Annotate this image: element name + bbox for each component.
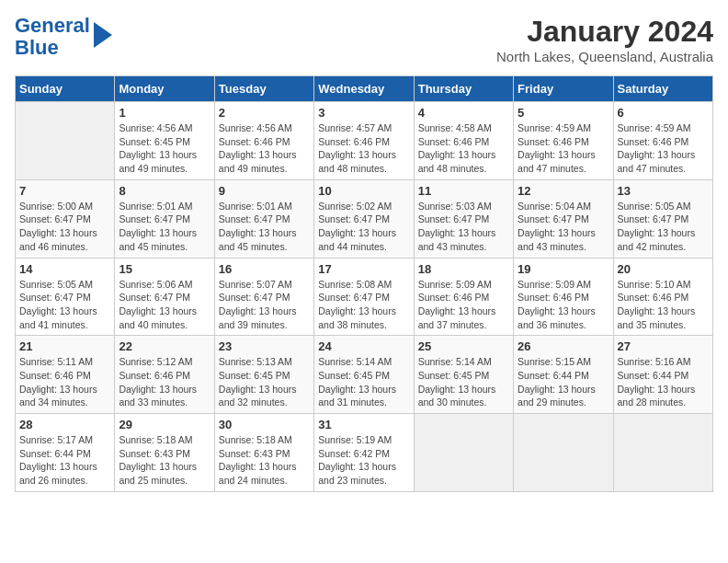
day-cell: 9Sunrise: 5:01 AM Sunset: 6:47 PM Daylig… xyxy=(214,179,313,258)
day-info: Sunrise: 5:00 AM Sunset: 6:47 PM Dayligh… xyxy=(19,200,110,254)
day-number: 27 xyxy=(618,339,709,353)
day-cell: 22Sunrise: 5:12 AM Sunset: 6:46 PM Dayli… xyxy=(115,336,214,414)
day-info: Sunrise: 5:13 AM Sunset: 6:45 PM Dayligh… xyxy=(219,355,310,409)
subtitle: North Lakes, Queensland, Australia xyxy=(496,49,713,64)
day-cell: 13Sunrise: 5:05 AM Sunset: 6:47 PM Dayli… xyxy=(613,179,712,258)
header-saturday: Saturday xyxy=(613,76,712,102)
day-info: Sunrise: 4:59 AM Sunset: 6:46 PM Dayligh… xyxy=(518,121,609,176)
day-number: 18 xyxy=(418,262,509,276)
day-info: Sunrise: 5:04 AM Sunset: 6:47 PM Dayligh… xyxy=(518,200,609,254)
day-cell: 19Sunrise: 5:09 AM Sunset: 6:46 PM Dayli… xyxy=(514,258,613,336)
day-number: 31 xyxy=(318,418,409,431)
page-header: GeneralBlue January 2024 North Lakes, Qu… xyxy=(15,15,713,64)
day-cell xyxy=(414,414,513,492)
day-cell: 10Sunrise: 5:02 AM Sunset: 6:47 PM Dayli… xyxy=(314,179,414,258)
day-info: Sunrise: 5:02 AM Sunset: 6:47 PM Dayligh… xyxy=(318,200,409,254)
day-number: 17 xyxy=(318,262,409,276)
day-number: 6 xyxy=(618,106,709,120)
logo: GeneralBlue xyxy=(15,15,112,59)
header-sunday: Sunday xyxy=(16,76,115,102)
day-info: Sunrise: 5:19 AM Sunset: 6:42 PM Dayligh… xyxy=(318,433,409,488)
day-cell: 7Sunrise: 5:00 AM Sunset: 6:47 PM Daylig… xyxy=(16,179,115,258)
header-wednesday: Wednesday xyxy=(314,76,414,102)
header-thursday: Thursday xyxy=(414,76,513,102)
day-number: 20 xyxy=(618,262,709,276)
day-cell: 24Sunrise: 5:14 AM Sunset: 6:45 PM Dayli… xyxy=(314,336,414,414)
day-number: 19 xyxy=(518,262,609,276)
header-tuesday: Tuesday xyxy=(214,76,313,102)
day-info: Sunrise: 5:09 AM Sunset: 6:46 PM Dayligh… xyxy=(518,278,609,332)
day-info: Sunrise: 5:16 AM Sunset: 6:44 PM Dayligh… xyxy=(618,355,709,409)
day-cell: 12Sunrise: 5:04 AM Sunset: 6:47 PM Dayli… xyxy=(514,179,613,258)
day-number: 15 xyxy=(119,262,210,276)
day-cell: 30Sunrise: 5:18 AM Sunset: 6:43 PM Dayli… xyxy=(214,414,313,492)
day-cell: 23Sunrise: 5:13 AM Sunset: 6:45 PM Dayli… xyxy=(214,336,313,414)
day-number: 3 xyxy=(318,106,409,120)
day-cell: 4Sunrise: 4:58 AM Sunset: 6:46 PM Daylig… xyxy=(414,102,513,180)
day-info: Sunrise: 5:18 AM Sunset: 6:43 PM Dayligh… xyxy=(219,433,310,488)
day-number: 9 xyxy=(219,184,310,198)
day-info: Sunrise: 4:58 AM Sunset: 6:46 PM Dayligh… xyxy=(418,121,509,176)
day-cell: 6Sunrise: 4:59 AM Sunset: 6:46 PM Daylig… xyxy=(613,102,712,180)
main-title: January 2024 xyxy=(496,15,713,49)
day-cell: 25Sunrise: 5:14 AM Sunset: 6:45 PM Dayli… xyxy=(414,336,513,414)
day-number: 24 xyxy=(318,339,409,353)
day-info: Sunrise: 5:06 AM Sunset: 6:47 PM Dayligh… xyxy=(119,278,210,332)
header-friday: Friday xyxy=(514,76,613,102)
logo-text: GeneralBlue xyxy=(15,15,90,59)
day-info: Sunrise: 5:14 AM Sunset: 6:45 PM Dayligh… xyxy=(418,355,509,409)
week-row-5: 28Sunrise: 5:17 AM Sunset: 6:44 PM Dayli… xyxy=(16,414,713,492)
day-number: 30 xyxy=(219,418,310,431)
week-row-2: 7Sunrise: 5:00 AM Sunset: 6:47 PM Daylig… xyxy=(16,179,713,258)
day-cell: 14Sunrise: 5:05 AM Sunset: 6:47 PM Dayli… xyxy=(16,258,115,336)
day-number: 2 xyxy=(219,106,310,120)
day-cell: 21Sunrise: 5:11 AM Sunset: 6:46 PM Dayli… xyxy=(16,336,115,414)
day-number: 11 xyxy=(418,184,509,198)
day-cell: 27Sunrise: 5:16 AM Sunset: 6:44 PM Dayli… xyxy=(613,336,712,414)
day-cell: 29Sunrise: 5:18 AM Sunset: 6:43 PM Dayli… xyxy=(115,414,214,492)
day-info: Sunrise: 5:18 AM Sunset: 6:43 PM Dayligh… xyxy=(119,433,210,488)
day-info: Sunrise: 5:03 AM Sunset: 6:47 PM Dayligh… xyxy=(418,200,509,254)
day-cell: 2Sunrise: 4:56 AM Sunset: 6:46 PM Daylig… xyxy=(214,102,313,180)
day-info: Sunrise: 4:57 AM Sunset: 6:46 PM Dayligh… xyxy=(318,121,409,176)
day-number: 21 xyxy=(19,339,110,353)
day-info: Sunrise: 5:01 AM Sunset: 6:47 PM Dayligh… xyxy=(119,200,210,254)
day-cell: 8Sunrise: 5:01 AM Sunset: 6:47 PM Daylig… xyxy=(115,179,214,258)
title-block: January 2024 North Lakes, Queensland, Au… xyxy=(496,15,713,64)
day-number: 23 xyxy=(219,339,310,353)
week-row-4: 21Sunrise: 5:11 AM Sunset: 6:46 PM Dayli… xyxy=(16,336,713,414)
day-cell: 17Sunrise: 5:08 AM Sunset: 6:47 PM Dayli… xyxy=(314,258,414,336)
day-number: 7 xyxy=(19,184,110,198)
day-info: Sunrise: 4:59 AM Sunset: 6:46 PM Dayligh… xyxy=(618,121,709,176)
day-number: 12 xyxy=(518,184,609,198)
day-info: Sunrise: 4:56 AM Sunset: 6:45 PM Dayligh… xyxy=(119,121,210,176)
day-info: Sunrise: 5:01 AM Sunset: 6:47 PM Dayligh… xyxy=(219,200,310,254)
day-info: Sunrise: 5:07 AM Sunset: 6:47 PM Dayligh… xyxy=(219,278,310,332)
day-number: 13 xyxy=(618,184,709,198)
day-cell: 18Sunrise: 5:09 AM Sunset: 6:46 PM Dayli… xyxy=(414,258,513,336)
day-info: Sunrise: 5:05 AM Sunset: 6:47 PM Dayligh… xyxy=(19,278,110,332)
day-info: Sunrise: 5:10 AM Sunset: 6:46 PM Dayligh… xyxy=(618,278,709,332)
header-row: SundayMondayTuesdayWednesdayThursdayFrid… xyxy=(16,76,713,102)
day-number: 25 xyxy=(418,339,509,353)
day-cell: 11Sunrise: 5:03 AM Sunset: 6:47 PM Dayli… xyxy=(414,179,513,258)
day-cell: 1Sunrise: 4:56 AM Sunset: 6:45 PM Daylig… xyxy=(115,102,214,180)
day-number: 26 xyxy=(518,339,609,353)
day-cell: 16Sunrise: 5:07 AM Sunset: 6:47 PM Dayli… xyxy=(214,258,313,336)
day-number: 16 xyxy=(219,262,310,276)
header-monday: Monday xyxy=(115,76,214,102)
day-number: 22 xyxy=(119,339,210,353)
week-row-3: 14Sunrise: 5:05 AM Sunset: 6:47 PM Dayli… xyxy=(16,258,713,336)
day-cell xyxy=(514,414,613,492)
day-info: Sunrise: 5:15 AM Sunset: 6:44 PM Dayligh… xyxy=(518,355,609,409)
day-info: Sunrise: 5:08 AM Sunset: 6:47 PM Dayligh… xyxy=(318,278,409,332)
day-cell: 20Sunrise: 5:10 AM Sunset: 6:46 PM Dayli… xyxy=(613,258,712,336)
day-cell: 26Sunrise: 5:15 AM Sunset: 6:44 PM Dayli… xyxy=(514,336,613,414)
day-cell: 5Sunrise: 4:59 AM Sunset: 6:46 PM Daylig… xyxy=(514,102,613,180)
day-info: Sunrise: 5:09 AM Sunset: 6:46 PM Dayligh… xyxy=(418,278,509,332)
day-cell: 31Sunrise: 5:19 AM Sunset: 6:42 PM Dayli… xyxy=(314,414,414,492)
day-cell xyxy=(613,414,712,492)
day-cell xyxy=(16,102,115,180)
day-cell: 28Sunrise: 5:17 AM Sunset: 6:44 PM Dayli… xyxy=(16,414,115,492)
logo-arrow-icon xyxy=(94,22,112,48)
